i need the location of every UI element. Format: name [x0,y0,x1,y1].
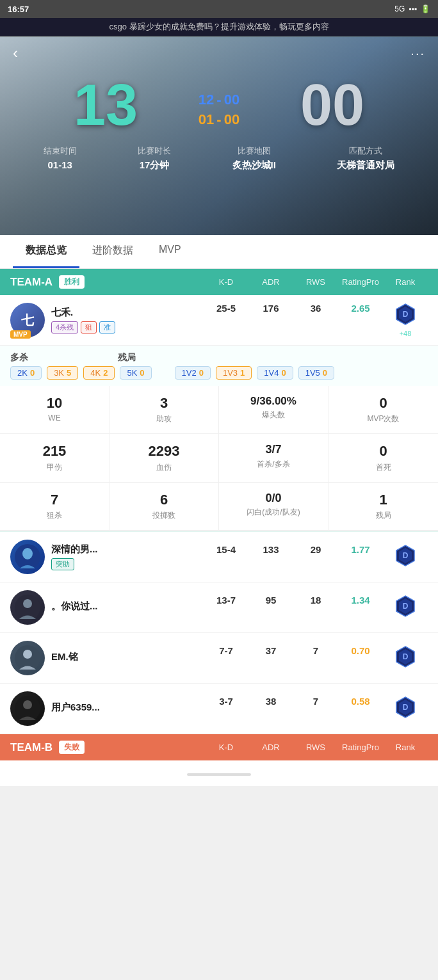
stat-rws-qihe: 36 [293,303,338,337]
team-a-name: TEAM-A [10,276,53,289]
team-b-header: TEAM-B 失败 K-D ADR RWS RatingPro Rank [0,734,438,760]
tag-support: 突助 [51,558,74,570]
stat-rws-nishuo: 18 [293,595,338,620]
player-row-nishuo[interactable]: 。你说过... 13-7 95 18 1.34 D [0,582,438,633]
stat-rank-shenqing: D [383,544,428,570]
match-info: 结束时间 01-13 比赛时长 17分钟 比赛地图 炙热沙城II 匹配方式 天梯… [0,134,438,178]
mode-value: 天梯普通对局 [337,159,394,172]
mode-info: 匹配方式 天梯普通对局 [337,145,394,172]
player-info-nishuo: 。你说过... [51,600,204,615]
stat-headshot: 9/36.00% 爆头数 [219,386,328,434]
player-avatar-shenqing [10,540,45,574]
player-name-nishuo: 。你说过... [51,600,128,613]
rank-icon-yonghu: D [394,696,417,719]
duration-label: 比赛时长 [138,145,171,157]
col-b-kd: K-D [204,743,248,752]
col-rws: RWS [293,277,338,287]
multikill-label: 多杀 [10,352,28,364]
rank-plus-qihe: +48 [383,330,428,337]
duration-value: 17分钟 [138,159,171,172]
stat-rws-shenqing: 29 [293,544,338,570]
team-b-score: 00 [246,76,419,134]
badge-4k: 4K 2 [83,366,115,380]
rank-icon-emming: D [394,645,417,668]
stat-rank-emming: D [383,645,428,671]
map-value: 炙热沙城II [232,159,276,172]
stat-adr-emming: 37 [248,645,293,671]
team-b-badge: 失败 [59,741,85,754]
ad-banner: csgo 暴躁少女的成就免费吗？提升游戏体验，畅玩更多内容 [0,18,438,36]
map-label: 比赛地图 [232,145,276,157]
badge-1v5: 1V5 0 [298,366,334,380]
stat-adr-nishuo: 95 [248,595,293,620]
stat-rating-shenqing: 1.77 [338,544,383,570]
map-info: 比赛地图 炙热沙城II [232,145,276,172]
player-row-yonghu[interactable]: 用户6359... 3-7 38 7 0.58 D [0,684,438,734]
hero-section: ‹ ··· 13 12 - 00 01 - 00 00 结束时间 01-13 [0,36,438,235]
svg-text:D: D [403,602,409,611]
stat-adr-qihe: 176 [248,303,293,337]
tag-aim: 准 [99,321,115,333]
mode-label: 匹配方式 [337,145,394,157]
stat-flash: 0/0 闪白(成功/队友) [219,483,328,531]
badge-3k: 3K 5 [47,366,78,380]
svg-text:D: D [403,652,409,661]
stat-first-death: 0 首死 [328,434,438,482]
spacer [157,366,170,380]
stat-rating-yonghu: 0.58 [338,696,383,721]
stat-rank-qihe: D +48 [383,303,428,337]
stat-adr-yonghu: 38 [248,696,293,721]
tab-advanced[interactable]: 进阶数据 [79,235,146,268]
badge-1v4: 1V4 0 [257,366,293,380]
tabs-bar: 数据总览 进阶数据 MVP [0,235,438,269]
player-row-qihe[interactable]: 七 MVP 七禾. 4杀残 狙 准 25-5 176 36 2.65 [0,295,438,346]
stat-we: 10 WE [0,386,110,434]
svg-point-19 [23,700,32,709]
back-button[interactable]: ‹ [13,44,18,62]
score-section: 13 12 - 00 01 - 00 00 [0,70,438,134]
player-avatar-qihe: 七 MVP [10,303,45,337]
end-time-info: 结束时间 01-13 [44,145,77,172]
stat-rating-emming: 0.70 [338,645,383,671]
tab-mvp[interactable]: MVP [146,235,194,268]
team-a-score: 13 [19,76,192,134]
stat-armor-dmg: 215 甲伤 [0,434,110,482]
more-button[interactable]: ··· [410,46,425,61]
stat-kd-shenqing: 15-4 [204,544,248,570]
team-a-badge: 胜利 [59,275,85,289]
player-stats-nishuo: 13-7 95 18 1.34 D [204,595,428,620]
badges-row: 2K 0 3K 5 4K 2 5K 0 1V2 0 1V3 1 1V4 0 [0,366,438,386]
svg-point-14 [23,650,32,659]
team-b-cols: K-D ADR RWS RatingPro Rank [204,743,428,752]
team-a-header: TEAM-A 胜利 K-D ADR RWS RatingPro Rank [0,269,438,295]
player-row-shenqing[interactable]: 深情的男... 突助 15-4 133 29 1.77 D [0,532,438,582]
tag-sniper: 狙 [81,321,97,333]
round2-right: 00 [224,110,239,130]
svg-point-9 [23,599,32,608]
end-time-value: 01-13 [44,159,77,170]
badge-1v2: 1V2 0 [175,366,211,380]
scroll-indicator [187,773,251,776]
tab-overview[interactable]: 数据总览 [13,235,79,268]
wifi-icon: ▪▪▪ [409,4,417,13]
stat-rank-nishuo: D [383,595,428,620]
player-stats-shenqing: 15-4 133 29 1.77 D [204,544,428,570]
duration-info: 比赛时长 17分钟 [138,145,171,172]
stat-rws-emming: 7 [293,645,338,671]
col-rating: RatingPro [338,277,383,287]
player-row-emming[interactable]: EM.铭 7-7 37 7 0.70 D [0,633,438,684]
hero-top-bar: ‹ ··· [0,36,438,70]
team-a-cols: K-D ADR RWS RatingPro Rank [204,277,428,287]
scroll-indicator-area [0,760,438,786]
rank-icon-qihe: D [394,303,417,326]
stats-grid: 10 WE 3 助攻 9/36.00% 爆头数 0 MVP次数 215 甲伤 2… [0,386,438,531]
player-info-shenqing: 深情的男... 突助 [51,543,204,570]
stat-clutch: 1 残局 [328,483,438,531]
col-adr: ADR [248,277,293,287]
stat-first-kill: 3/7 首杀/多杀 [219,434,328,482]
stat-kd-emming: 7-7 [204,645,248,671]
avatar-image-nishuo [10,590,45,625]
round2-left: 01 [199,110,214,130]
status-icons: 5G ▪▪▪ 🔋 [394,4,430,13]
player-name-yonghu: 用户6359... [51,702,128,714]
